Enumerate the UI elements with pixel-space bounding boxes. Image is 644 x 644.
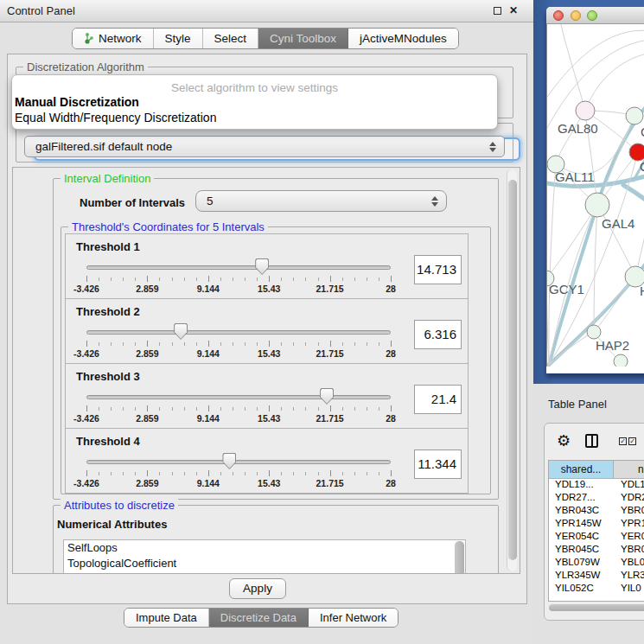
tick-label: 15.43 <box>258 413 280 424</box>
network-node[interactable] <box>614 354 628 367</box>
table-data-combobox[interactable]: galFiltered.sif default node <box>24 136 505 157</box>
name-cell[interactable]: YPR1 <box>614 518 644 531</box>
tab-infer-network[interactable]: Infer Network <box>309 609 398 627</box>
shared-name-cell[interactable]: YBR045C <box>549 544 614 557</box>
attribute-list-item[interactable]: BetweennessCentrality <box>64 571 465 574</box>
table-row[interactable]: YPR145WYPR1 <box>549 518 644 531</box>
network-node-gal4[interactable] <box>585 193 609 217</box>
tab-jactivemnodules[interactable]: jActiveMNodules <box>348 29 458 48</box>
network-node-gal80[interactable] <box>576 101 595 120</box>
checkbox-icon[interactable]: ✓ <box>628 437 636 445</box>
network-edge[interactable] <box>594 205 597 332</box>
network-node-ga[interactable] <box>626 107 643 124</box>
tab-select[interactable]: Select <box>203 29 259 48</box>
numerical-attributes-list[interactable]: SelfLoopsTopologicalCoefficientBetweenne… <box>63 539 466 574</box>
algorithm-option[interactable]: Manual Discretization <box>12 94 497 110</box>
select-columns-icons[interactable]: ✓ ✓ <box>619 437 636 445</box>
shared-name-cell[interactable]: YBR043C <box>549 505 614 518</box>
slider-thumb[interactable] <box>320 388 334 405</box>
zoom-traffic-light-icon[interactable] <box>587 10 597 21</box>
name-cell[interactable]: YER0 <box>614 531 644 544</box>
threshold-slider[interactable]: -3.4262.8599.14415.4321.71528 <box>86 429 391 494</box>
slider-thumb[interactable] <box>222 453 236 469</box>
tick-label: 28 <box>386 478 396 488</box>
number-of-intervals-label: Number of Intervals <box>80 196 185 209</box>
shared-name-cell[interactable]: YBL079W <box>549 557 614 570</box>
network-edge-thick[interactable] <box>623 185 644 204</box>
table-row[interactable]: YBL079WYBL0 <box>549 557 644 570</box>
tab-label: Infer Network <box>320 611 386 624</box>
attributes-group-title: Attributes to discretize <box>61 499 178 512</box>
table-panel: ⚙ ✓ ✓ shared... n YDL19...YDL1YDR27...YD… <box>544 423 644 621</box>
table-row[interactable]: YDR27...YDR2 <box>549 492 644 505</box>
table-row[interactable]: YDL19...YDL1 <box>549 479 644 492</box>
shared-name-cell[interactable]: YDL19... <box>549 479 614 492</box>
column-header-shared-name[interactable]: shared... <box>549 461 614 478</box>
close-icon[interactable]: ✕ <box>509 5 518 16</box>
name-cell[interactable]: YBL0 <box>614 557 644 570</box>
minimize-traffic-light-icon[interactable] <box>571 10 581 21</box>
threshold-value-field[interactable]: 21.4 <box>414 385 462 414</box>
slider-thumb[interactable] <box>255 258 269 275</box>
settings-scrollbar[interactable] <box>507 169 517 571</box>
name-cell[interactable]: YDL1 <box>614 479 644 492</box>
tab-network[interactable]: Network <box>73 29 154 48</box>
apply-button[interactable]: Apply <box>229 578 286 599</box>
network-edge[interactable] <box>561 24 585 111</box>
attribute-list-item[interactable]: TopologicalCoefficient <box>64 556 465 571</box>
table-horizontal-scrollbar[interactable] <box>548 603 644 612</box>
number-of-intervals-combobox[interactable]: 5 <box>195 190 447 212</box>
gear-icon[interactable]: ⚙ <box>557 433 571 449</box>
table-row[interactable]: YBR043CYBR0 <box>549 505 644 518</box>
threshold-row: Threshold 3-3.4262.8599.14415.4321.71528… <box>65 363 469 429</box>
tab-impute-data[interactable]: Impute Data <box>124 609 209 627</box>
float-window-icon[interactable] <box>494 7 501 15</box>
shared-name-cell[interactable]: YER054C <box>549 531 614 544</box>
table-row[interactable]: YBR045CYBR0 <box>549 544 644 557</box>
column-header-name[interactable]: n <box>614 461 644 478</box>
shared-name-cell[interactable]: YIL052C <box>549 583 614 596</box>
threshold-value-field[interactable]: 14.713 <box>414 255 462 284</box>
slider-thumb[interactable] <box>174 323 188 340</box>
threshold-value-field[interactable]: 11.344 <box>414 450 462 479</box>
table-row[interactable]: YLR345WYLR3 <box>549 570 644 583</box>
threshold-slider[interactable]: -3.4262.8599.14415.4321.71528 <box>86 364 391 430</box>
network-edge[interactable] <box>547 30 644 97</box>
attribute-list-item[interactable]: SelfLoops <box>64 540 465 556</box>
split-columns-icon[interactable] <box>585 434 598 448</box>
table-header-row: shared... n <box>549 461 644 479</box>
name-cell[interactable]: YBR0 <box>614 505 644 518</box>
name-cell[interactable]: YLR3 <box>614 570 644 583</box>
shared-name-cell[interactable]: YDR27... <box>549 492 614 505</box>
tick-label: 28 <box>386 413 396 424</box>
table-row[interactable]: YER054CYER0 <box>549 531 644 544</box>
name-cell[interactable]: YDR2 <box>614 492 644 505</box>
network-canvas[interactable]: GAL80GACGAL11GAL4GCY1HHAP2 <box>546 24 644 367</box>
table-row[interactable]: YIL052CYIL0 <box>549 583 644 596</box>
checkbox-icon[interactable]: ✓ <box>619 437 627 445</box>
algorithm-option[interactable]: Equal Width/Frequency Discretization <box>12 110 497 125</box>
network-node[interactable] <box>629 143 644 161</box>
network-window-titlebar <box>546 7 644 24</box>
list-scrollbar[interactable] <box>455 541 464 574</box>
table-data-selected: galFiltered.sif default node <box>35 140 172 153</box>
threshold-slider[interactable]: -3.4262.8599.14415.4321.71528 <box>86 299 391 365</box>
name-cell[interactable]: YIL0 <box>614 583 644 596</box>
tab-cyni-toolbox[interactable]: Cyni Toolbox <box>258 29 348 48</box>
network-edge[interactable] <box>547 205 597 278</box>
tab-label: Select <box>214 32 247 45</box>
threshold-slider[interactable]: -3.4262.8599.14415.4321.71528 <box>86 234 391 300</box>
tab-discretize-data[interactable]: Discretize Data <box>209 609 309 627</box>
close-traffic-light-icon[interactable] <box>553 10 564 21</box>
network-edge[interactable] <box>585 53 644 111</box>
network-node-hap2[interactable] <box>587 325 601 339</box>
tab-style[interactable]: Style <box>154 29 203 48</box>
name-cell[interactable]: YBR0 <box>614 544 644 557</box>
tick-label: 9.144 <box>197 284 220 294</box>
shared-name-cell[interactable]: YPR145W <box>549 518 614 531</box>
shared-name-cell[interactable]: YLR345W <box>549 570 614 583</box>
node-table[interactable]: shared... n YDL19...YDL1YDR27...YDR2YBR0… <box>548 460 644 602</box>
threshold-value-field[interactable]: 6.316 <box>414 320 462 349</box>
top-tab-bar: NetworkStyleSelectCyni ToolboxjActiveMNo… <box>72 28 459 49</box>
tick-label: -3.426 <box>73 413 99 424</box>
